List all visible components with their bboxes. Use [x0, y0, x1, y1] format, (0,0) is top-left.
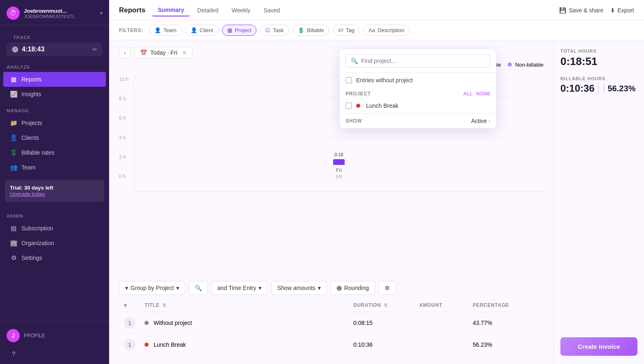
- sidebar-item-subscription[interactable]: ▤ Subscription: [3, 221, 106, 236]
- none-button[interactable]: NONE: [476, 91, 490, 97]
- show-amounts-label: Show amounts: [277, 285, 315, 291]
- tab-saved[interactable]: Saved: [258, 5, 286, 16]
- rounding-button[interactable]: ⬤ Rounding: [330, 281, 375, 295]
- row1-title-text: Without project: [154, 320, 192, 326]
- title-sort-icon[interactable]: ⇅: [162, 303, 166, 308]
- filter-project-label: Project: [235, 27, 251, 33]
- analyze-section: ANALYZE ▦ Reports 📈 Insights: [0, 58, 109, 102]
- show-value-button[interactable]: Active ›: [471, 118, 490, 124]
- filter-project[interactable]: ▦ Project: [222, 25, 257, 36]
- search-group-button[interactable]: 🔍: [189, 281, 208, 295]
- time-entry-label: and Time Entry: [217, 285, 256, 291]
- profile-label: PROFILE: [24, 333, 45, 338]
- sidebar-item-billable-rates[interactable]: 💲 Billable rates: [3, 145, 106, 160]
- projects-label: Projects: [21, 120, 42, 126]
- filter-task-label: Task: [273, 27, 284, 33]
- lunch-break-checkbox[interactable]: [345, 102, 352, 109]
- time-entry-chevron: ▾: [259, 285, 261, 291]
- project-section-label: PROJECT: [345, 91, 371, 97]
- edit-icon[interactable]: ✏: [93, 46, 98, 53]
- client-filter-icon: 👤: [191, 27, 197, 33]
- organization-label: Organization: [21, 240, 54, 246]
- sidebar-item-organization[interactable]: 🏢 Organization: [3, 236, 106, 250]
- time-entry-button[interactable]: and Time Entry ▾: [211, 281, 268, 295]
- export-button[interactable]: ⬇ Export: [610, 7, 634, 14]
- sidebar-item-help[interactable]: ?: [3, 346, 106, 361]
- filter-client[interactable]: 👤 Client: [185, 25, 219, 36]
- brand-name: Joebrownmuot...: [24, 8, 77, 14]
- header-duration: DURATION ⇅: [353, 302, 419, 308]
- show-value-text: Active: [471, 118, 487, 124]
- filter-billable[interactable]: 💲 Billable: [292, 25, 329, 36]
- lunch-break-dot: [356, 104, 360, 108]
- table-row: 1 Without project 0:08:15 43.77%: [119, 312, 544, 334]
- bar-value-label: 0:18: [334, 152, 343, 157]
- sidebar-item-clients[interactable]: 👤 Clients: [3, 130, 106, 145]
- bar-date-sublabel: 9/8: [336, 174, 342, 179]
- timer-section: TRACK 🕐 4:18:43 ✏: [0, 25, 109, 58]
- project-filter-icon: ▦: [227, 27, 232, 33]
- no-project-option[interactable]: Entries without project: [340, 73, 496, 88]
- filter-description[interactable]: Aa Description: [363, 25, 410, 36]
- sidebar-item-projects[interactable]: 📁 Projects: [3, 116, 106, 130]
- tab-summary[interactable]: Summary: [152, 4, 190, 16]
- filter-description-label: Description: [378, 27, 404, 33]
- rounding-settings-button[interactable]: ⚙: [378, 281, 396, 295]
- duration-sort-icon[interactable]: ⇅: [384, 303, 388, 308]
- brand-icon: ⏱: [7, 7, 20, 20]
- expand-all-icon[interactable]: ▾: [124, 302, 127, 308]
- filter-team[interactable]: 👤 Team: [149, 25, 182, 36]
- no-project-label: Entries without project: [356, 77, 413, 83]
- tag-filter-icon: 🏷: [338, 27, 343, 33]
- sidebar-item-team[interactable]: 👥 Team: [3, 160, 106, 175]
- group-by-button[interactable]: ▾ Group by Project ▾: [119, 281, 185, 295]
- total-hours-section: TOTAL HOURS 0:18:51: [560, 49, 637, 68]
- create-invoice-button[interactable]: Create invoice: [560, 337, 637, 356]
- clients-icon: 👤: [10, 134, 17, 141]
- project-option-lunch-break[interactable]: Lunch Break: [340, 98, 496, 113]
- y-label-2h: 2 h: [119, 154, 134, 160]
- y-label-10h: 10 h: [119, 77, 134, 82]
- billable-filter-icon: 💲: [298, 27, 304, 33]
- tab-detailed[interactable]: Detailed: [191, 5, 224, 16]
- description-filter-icon: Aa: [369, 27, 375, 33]
- gear-icon: ⚙: [385, 285, 390, 291]
- page-title: Reports: [119, 6, 145, 14]
- filters-label: FILTERS:: [119, 28, 143, 33]
- profile-row[interactable]: J PROFILE: [0, 325, 109, 346]
- sidebar-item-insights[interactable]: 📈 Insights: [3, 87, 106, 102]
- project-search-input[interactable]: [361, 58, 485, 64]
- date-display[interactable]: 📅 Today · Fri ✕: [135, 47, 192, 58]
- billable-icon: 💲: [10, 149, 17, 156]
- sidebar-item-reports[interactable]: ▦ Reports: [3, 72, 106, 87]
- calendar-icon: 📅: [140, 49, 147, 56]
- divider: [598, 83, 599, 94]
- billable-value: 0:10:36: [560, 83, 595, 94]
- reports-label: Reports: [21, 76, 42, 83]
- date-clear-button[interactable]: ✕: [182, 49, 187, 56]
- save-share-button[interactable]: 💾 Save & share: [559, 7, 603, 14]
- rounding-toggle-icon: ⬤: [336, 285, 342, 291]
- brand-sub: JOEBROWNMUOTESTI...: [24, 14, 77, 19]
- row2-num: 1: [124, 339, 135, 350]
- header-amount: AMOUNT: [419, 302, 473, 308]
- upgrade-link[interactable]: Upgrade today: [10, 191, 99, 197]
- table-header: ▾ TITLE ⇅ DURATION ⇅ AMOUNT PERCENTAGE: [119, 299, 544, 312]
- all-none-controls: ALL NONE: [463, 91, 490, 97]
- sidebar-item-settings[interactable]: ⚙ Settings: [3, 250, 106, 265]
- no-project-checkbox[interactable]: [345, 77, 352, 83]
- manage-label: MANAGE: [0, 102, 109, 116]
- header-expand: ▾: [124, 302, 145, 308]
- search-input-wrap: 🔍: [345, 54, 490, 67]
- all-button[interactable]: ALL: [463, 91, 473, 97]
- timer-value: 4:18:43: [22, 46, 44, 53]
- projects-icon: 📁: [10, 119, 17, 127]
- show-amounts-button[interactable]: Show amounts ▾: [271, 281, 327, 295]
- date-prev-button[interactable]: ‹: [119, 47, 131, 58]
- filter-tag[interactable]: 🏷 Tag: [333, 25, 360, 36]
- tab-weekly[interactable]: Weekly: [226, 5, 256, 16]
- admin-section: ADMIN ▤ Subscription 🏢 Organization ⚙ Se…: [0, 207, 109, 265]
- trial-box: Trial: 30 days left Upgrade today: [5, 180, 104, 202]
- filter-task[interactable]: ☑ Task: [260, 25, 289, 36]
- brand[interactable]: ⏱ Joebrownmuot... JOEBROWNMUOTESTI...: [7, 7, 77, 20]
